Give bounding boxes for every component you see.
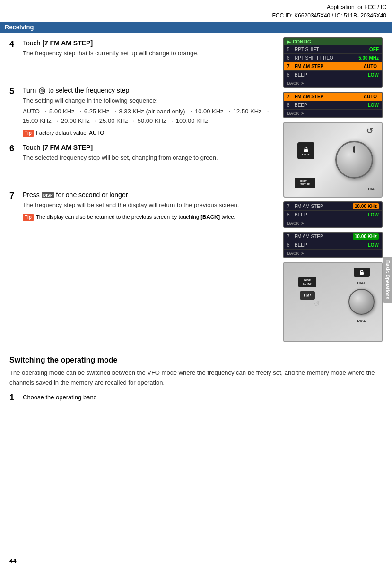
step-7-tip-text: The display can also be returned to the … — [36, 213, 235, 221]
svg-rect-3 — [360, 272, 364, 275]
step-4-number: 4 — [9, 39, 23, 49]
device-mw-text: F M W — [304, 294, 311, 298]
step-6-title-prefix: Touch — [23, 144, 42, 151]
lcd-screen-1: ▶ CONFIG 5 RPT SHIFT OFF 6 RPT SHIFT FRE… — [283, 37, 383, 88]
step-5-title: Turn to select the frequency step — [23, 86, 276, 94]
device-disp-button: DISPSETUP — [298, 277, 316, 287]
lcd-row-4-1: 7 FM AM STEP 10.00 KHz — [284, 233, 382, 241]
step-4-content: Touch [7 FM AM STEP] The frequency step … — [23, 39, 276, 58]
device-left-panel: DISPSETUP F M W — [298, 277, 316, 300]
step-5-tip: Tip Factory default value: AUTO — [23, 129, 104, 137]
diagram-column: ▶ CONFIG 5 RPT SHIFT OFF 6 RPT SHIFT FRE… — [283, 33, 392, 347]
switching-section-title: Switching the operating mode — [9, 356, 392, 364]
step-5-content: Turn to select the frequency step The se… — [23, 86, 276, 138]
step-6: 6 Touch [7 FM AM STEP] The selected freq… — [9, 144, 276, 163]
dial-small-icon — [39, 87, 45, 94]
step-7-number: 7 — [9, 191, 23, 201]
switching-step-1-num: 1 — [9, 393, 23, 403]
device-disp-text: DISPSETUP — [303, 279, 312, 285]
hand-pointer-icon: ☞ — [312, 297, 323, 310]
dial-background: LOCK DISPSETUP DIAL ↺ — [284, 123, 382, 197]
lcd-back-4: BACK ➤ — [284, 250, 382, 257]
lcd-row-2-2: 8 BEEP LOW — [284, 101, 382, 110]
step-5-title-suffix: to select the frequency step — [48, 86, 129, 94]
main-content: 4 Touch [7 FM AM STEP] The frequency ste… — [0, 33, 392, 347]
sidebar-tab: Basic Operations — [383, 257, 392, 303]
lcd-screen-2: 7 FM AM STEP AUTO 8 BEEP LOW BACK ➤ — [283, 92, 383, 118]
step-5-number: 5 — [9, 86, 23, 96]
svg-point-1 — [41, 89, 44, 92]
lcd-row-1-4: 8 BEEP LOW — [284, 71, 382, 79]
page-number: 44 — [9, 557, 16, 564]
rotation-arrow: ↺ — [366, 127, 373, 135]
svg-text:F M W: F M W — [304, 294, 311, 297]
lock-button-image: LOCK — [297, 142, 314, 159]
lcd-header-1: ▶ CONFIG — [284, 38, 382, 45]
receiving-bar: Receiving — [0, 22, 392, 33]
dial-image: LOCK DISPSETUP DIAL ↺ — [283, 122, 383, 198]
device-lock-icon — [358, 270, 365, 275]
lcd-row-3-1: 7 FM AM STEP 10.00 KHz ☜ — [284, 202, 382, 211]
switching-step-1-text: Choose the operating band — [23, 393, 97, 403]
step-7: 7 Press DISP for one second or longer Th… — [9, 191, 276, 222]
device-dial-label-mid: DIAL — [357, 319, 366, 323]
step-6-title-bold: [7 FM AM STEP] — [42, 144, 93, 151]
step-4-title-prefix: Touch — [23, 39, 42, 47]
step-7-tip: Tip The display can also be returned to … — [23, 213, 235, 221]
device-right-panel: DIAL DIAL — [348, 268, 375, 323]
header-line2: FCC ID: K6620345X40 / IC: 511B- 20345X40 — [0, 11, 386, 20]
lcd-screen-3: 7 FM AM STEP 10.00 KHz ☜ 8 BEEP LOW BACK… — [283, 201, 383, 228]
step-7-tip-label: Tip — [23, 214, 34, 221]
step-7-desc1: The frequency step will be set and the d… — [23, 200, 276, 210]
step-5-tip-label: Tip — [23, 130, 34, 137]
step-5-desc1: The setting will change in the following… — [23, 96, 276, 105]
disp-setup-text: DISPSETUP — [300, 180, 310, 186]
lcd-screen-4: 7 FM AM STEP 10.00 KHz 8 BEEP LOW BACK ➤ — [283, 232, 383, 258]
device-image: DIAL DIAL DISPSETUP F M W — [283, 262, 383, 342]
disp-icon: DISP — [42, 192, 54, 198]
step-7-suffix: for one second or longer — [56, 191, 128, 199]
step-4-desc: The frequency step that is currently set… — [23, 49, 276, 58]
lcd-row-3-2: 8 BEEP LOW — [284, 211, 382, 219]
dial-label: DIAL — [368, 187, 377, 191]
step-5-title-prefix: Turn — [23, 86, 38, 94]
switching-section-desc: The operating mode can be switched betwe… — [9, 368, 383, 388]
fm-icon: F M W — [304, 294, 311, 297]
lcd-row-1-1: 5 RPT SHIFT OFF — [284, 45, 382, 54]
step-4: 4 Touch [7 FM AM STEP] The frequency ste… — [9, 39, 276, 58]
receiving-label: Receiving — [5, 24, 34, 31]
text-column: 4 Touch [7 FM AM STEP] The frequency ste… — [0, 33, 283, 347]
step-4-title: Touch [7 FM AM STEP] — [23, 39, 276, 47]
lcd-back-2: BACK ➤ — [284, 110, 382, 117]
step-7-title: Press DISP for one second or longer — [23, 191, 276, 199]
lcd-row-1-3: 7 FM AM STEP AUTO ☜ — [284, 62, 382, 71]
step-6-content: Touch [7 FM AM STEP] The selected freque… — [23, 144, 276, 163]
header-line1: Application for FCC / IC — [0, 3, 386, 11]
disp-setup-button-image: DISPSETUP — [295, 178, 315, 188]
step-4-title-bold: [7 FM AM STEP] — [42, 39, 93, 47]
step-6-title: Touch [7 FM AM STEP] — [23, 144, 276, 151]
step-7-prefix: Press — [23, 191, 42, 199]
svg-rect-2 — [304, 149, 308, 152]
step-6-desc: The selected frequency step will be set,… — [23, 153, 276, 163]
step-5-desc2: AUTO → 5.00 KHz → 6.25 KHz → 8.33 KHz (a… — [23, 107, 276, 125]
step-5: 5 Turn to select the frequency step The … — [9, 86, 276, 138]
step-6-number: 6 — [9, 144, 23, 154]
lcd-row-4-2: 8 BEEP LOW — [284, 241, 382, 250]
device-lock-text — [358, 270, 365, 275]
device-background: DIAL DIAL DISPSETUP F M W — [284, 263, 382, 341]
lcd-row-1-2: 6 RPT SHIFT FREQ 5.00 MHz — [284, 54, 382, 62]
device-mw-button: F M W — [300, 291, 315, 300]
lock-text: LOCK — [302, 153, 310, 156]
switching-step-1: 1 Choose the operating band — [9, 393, 392, 403]
device-dial-label-top: DIAL — [357, 281, 366, 285]
lcd-back-1: BACK ➤ — [284, 79, 382, 87]
page-header: Application for FCC / IC FCC ID: K662034… — [0, 0, 392, 22]
step-7-content: Press DISP for one second or longer The … — [23, 191, 276, 222]
lcd-header-1-label: CONFIG — [293, 39, 311, 44]
step-5-tip-text: Factory default value: AUTO — [36, 129, 104, 137]
lcd-row-2-1: 7 FM AM STEP AUTO — [284, 93, 382, 101]
lcd-back-3: BACK ➤ — [284, 219, 382, 227]
dial-knob — [335, 141, 373, 179]
device-dial-knob — [348, 289, 375, 315]
